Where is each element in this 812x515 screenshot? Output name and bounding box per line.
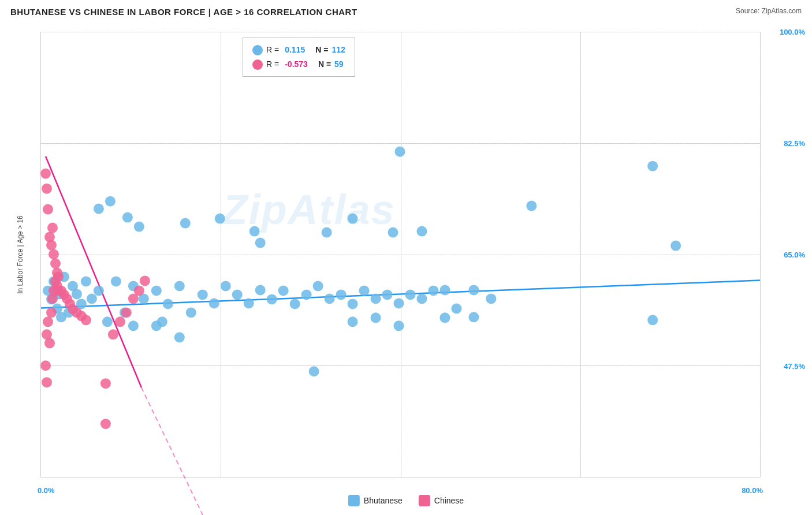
chinese-dots (41, 32, 760, 477)
bottom-legend-bhutanese-label: Bhutanese (364, 496, 403, 505)
svg-point-99 (44, 338, 55, 348)
svg-point-114 (140, 275, 150, 286)
grid-line-v4 (760, 32, 761, 477)
legend-chinese-r-value: -0.573 (285, 57, 308, 72)
svg-point-113 (134, 285, 144, 296)
svg-point-110 (115, 316, 125, 327)
legend-bhutanese-n-label: N = (315, 43, 328, 57)
bottom-legend-bhutanese-box (348, 495, 360, 506)
svg-point-115 (100, 419, 111, 429)
svg-point-79 (40, 169, 51, 179)
svg-point-108 (100, 378, 111, 389)
legend-bhutanese-n-value: 112 (331, 43, 345, 57)
legend-chinese-color (252, 59, 263, 70)
svg-point-100 (46, 307, 57, 318)
legend-bhutanese-row: R = 0.115 N = 112 (252, 43, 345, 57)
chart-title: BHUTANESE VS CHINESE IN LABOR FORCE | AG… (10, 7, 357, 17)
legend-box: R = 0.115 N = 112 R = -0.573 N = 59 (243, 38, 355, 77)
legend-bhutanese-r-label: R = (266, 43, 279, 57)
svg-point-111 (121, 307, 132, 318)
svg-point-84 (47, 223, 58, 233)
svg-point-105 (53, 285, 64, 296)
chart-container: BHUTANESE VS CHINESE IN LABOR FORCE | AG… (0, 0, 812, 515)
y-axis-label: In Labor Force | Age > 16 (16, 215, 24, 294)
legend-chinese-n-value: 59 (334, 57, 344, 72)
svg-point-85 (49, 249, 59, 260)
legend-bhutanese-color (252, 45, 263, 55)
bottom-legend-chinese-box (419, 495, 430, 506)
svg-point-106 (40, 360, 51, 371)
svg-point-107 (42, 377, 52, 387)
y-label-100: 100.0% (780, 28, 805, 36)
svg-point-96 (81, 315, 91, 325)
svg-point-98 (43, 316, 53, 327)
svg-point-86 (50, 258, 61, 268)
y-label-82: 82.5% (784, 139, 805, 148)
legend-chinese-row: R = -0.573 N = 59 (252, 57, 345, 72)
bottom-legend-bhutanese: Bhutanese (348, 495, 403, 506)
bottom-legend-chinese-label: Chinese (434, 496, 464, 505)
legend-bhutanese-r-value: 0.115 (285, 43, 305, 57)
y-label-47: 47.5% (784, 362, 805, 371)
svg-point-83 (46, 240, 57, 251)
chart-area: ZipAtlas (40, 32, 760, 477)
x-label-right: 80.0% (742, 486, 763, 495)
chart-source: Source: ZipAtlas.com (736, 7, 802, 15)
x-label-left: 0.0% (38, 486, 55, 495)
legend-chinese-n-label: N = (318, 57, 331, 72)
legend-chinese-r-label: R = (266, 57, 279, 72)
bottom-legend: Bhutanese Chinese (348, 495, 464, 506)
bottom-legend-chinese: Chinese (419, 495, 464, 506)
svg-point-81 (43, 204, 53, 215)
svg-point-80 (42, 184, 52, 194)
svg-point-109 (108, 329, 118, 339)
y-label-65: 65.0% (784, 251, 805, 259)
